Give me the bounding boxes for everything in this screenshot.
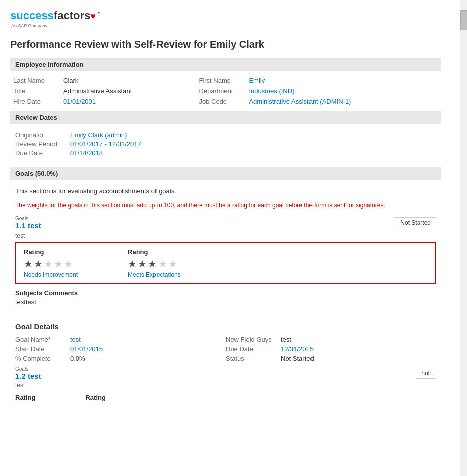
review-period-row: Review Period 01/01/2017 - 12/31/2017 <box>15 140 436 148</box>
review-period-value: 01/01/2017 - 12/31/2017 <box>70 140 141 148</box>
due-date-value: 01/14/2018 <box>70 149 103 157</box>
originator-label: Originator <box>15 131 70 139</box>
rating-left-text: Needs Improvement <box>24 271 78 278</box>
goal-11-label: Goals <box>15 216 41 221</box>
goal-11-header: Goals 1.1 test Not Started <box>10 215 441 231</box>
rating-right-text: Meets Expectations <box>128 271 181 278</box>
star-r2: ★ <box>138 258 147 270</box>
goal-12-title-area: Goals 1.2 test <box>15 366 41 380</box>
rating-right-stars: ★ ★ ★ ★ ★ <box>128 258 181 270</box>
star-3: ★ <box>44 258 53 270</box>
last-name-value: Clark <box>60 75 196 86</box>
rating-left-stars: ★ ★ ★ ★ ★ <box>24 258 78 270</box>
logo-tm: ™ <box>96 11 101 16</box>
status-value: Not Started <box>281 355 314 362</box>
review-dates-header: Review Dates <box>10 111 441 124</box>
due-date-row: Due Date 01/14/2018 <box>15 149 436 157</box>
goals-description: This section is for evaluating accomplis… <box>10 184 441 198</box>
star-r3: ★ <box>148 258 157 270</box>
scrollbar-thumb[interactable] <box>460 10 467 30</box>
table-row: Hire Date 01/01/2001 Job Code Administra… <box>10 96 441 107</box>
rating-left-label: Rating <box>24 248 78 256</box>
divider <box>15 315 436 315</box>
goal-12-label: Goals <box>15 366 41 372</box>
goal-11-title-area: Goals 1.1 test <box>15 216 41 230</box>
status-label: Status <box>226 355 281 362</box>
rating-left: Rating ★ ★ ★ ★ ★ Needs Improvement <box>24 248 78 278</box>
due-date-label: Due Date <box>15 149 70 157</box>
star-2: ★ <box>34 258 43 270</box>
first-name-value: Emily <box>246 75 441 86</box>
hire-date-label: Hire Date <box>10 96 60 107</box>
goal-name-label: Goal Name* <box>15 336 70 343</box>
start-date-value: 01/01/2015 <box>70 345 103 353</box>
goal-11-title: 1.1 test <box>15 221 41 230</box>
partial-left: Rating <box>15 394 35 401</box>
employee-info-table: Last Name Clark First Name Emily Title A… <box>10 75 441 107</box>
table-row: Last Name Clark First Name Emily <box>10 75 441 86</box>
review-dates-section: Originator Emily Clark (admin) Review Pe… <box>10 128 441 162</box>
star-r4: ★ <box>158 258 167 270</box>
logo-factors: factors <box>54 9 90 22</box>
goal-12-subtitle: test <box>10 381 441 389</box>
logo-area: successfactors♥™ An SAP Company <box>10 5 441 34</box>
percent-complete-value: 0.0% <box>70 355 85 362</box>
first-name-label: First Name <box>196 75 246 86</box>
scrollbar[interactable] <box>460 0 467 476</box>
partial-right-label: Rating <box>85 394 105 401</box>
percent-complete-label: % Complete <box>15 355 70 362</box>
rating-right: Rating ★ ★ ★ ★ ★ Meets Expectations <box>128 248 181 278</box>
subjects-comments-value: testtest <box>15 298 436 306</box>
gd-col-right-2: Due Date 12/31/2015 <box>226 345 436 353</box>
employee-info-header: Employee Information <box>10 58 441 71</box>
goal-12-header: Goals 1.2 test null <box>10 365 441 381</box>
new-field-value: test <box>281 336 291 343</box>
rating-right-label: Rating <box>128 248 181 256</box>
goal-12-rating-partial: Rating Rating <box>10 391 441 404</box>
star-5: ★ <box>64 258 73 270</box>
rating-box-11: Rating ★ ★ ★ ★ ★ Needs Improvement Ratin… <box>15 242 436 284</box>
partial-right: Rating <box>85 394 105 401</box>
gd-row-1: Goal Name* test New Field Guys test <box>15 336 436 343</box>
review-period-label: Review Period <box>15 140 70 148</box>
gd-row-3: % Complete 0.0% Status Not Started <box>15 355 436 362</box>
not-started-button[interactable]: Not Started <box>395 217 436 228</box>
goal-12-title: 1.2 test <box>15 372 41 380</box>
subjects-comments-title: Subjects Comments <box>15 289 436 297</box>
gd-row-2: Start Date 01/01/2015 Due Date 12/31/201… <box>15 345 436 353</box>
star-r5: ★ <box>168 258 177 270</box>
goal-11-subtitle: test <box>10 232 441 240</box>
department-label: Department <box>196 86 246 96</box>
page-container: successfactors♥™ An SAP Company Performa… <box>0 0 467 476</box>
title-label: Title <box>10 86 60 96</box>
last-name-label: Last Name <box>10 75 60 86</box>
subjects-comments: Subjects Comments testtest <box>10 288 441 311</box>
gd-col-right-3: Status Not Started <box>226 355 436 362</box>
due-date-gd-value: 12/31/2015 <box>281 345 314 353</box>
start-date-label: Start Date <box>15 345 70 353</box>
gd-col-left-2: Start Date 01/01/2015 <box>15 345 226 353</box>
star-4: ★ <box>54 258 63 270</box>
gd-col-right-1: New Field Guys test <box>226 336 436 343</box>
partial-left-label: Rating <box>15 394 35 401</box>
logo-sap: An SAP Company <box>11 23 47 28</box>
goal-details-grid: Goal Name* test New Field Guys test Star… <box>10 336 441 362</box>
star-r1: ★ <box>128 258 137 270</box>
department-value: Industries (IND) <box>246 86 441 96</box>
goal-name-value: test <box>70 336 81 343</box>
due-date-gd-label: Due Date <box>226 345 281 353</box>
logo-heart: ♥ <box>90 11 96 21</box>
goals-section-header: Goals (50.0%) <box>10 167 441 180</box>
goals-warning: The weights for the goals in this sectio… <box>10 200 441 211</box>
job-code-label: Job Code <box>196 96 246 107</box>
originator-row: Originator Emily Clark (admin) <box>15 131 436 139</box>
star-1: ★ <box>24 258 33 270</box>
title-value: Administrative Assistant <box>60 86 196 96</box>
logo: successfactors♥™ An SAP Company <box>10 10 441 29</box>
table-row: Title Administrative Assistant Departmen… <box>10 86 441 96</box>
gd-col-left-3: % Complete 0.0% <box>15 355 226 362</box>
goal-details-title: Goal Details <box>10 320 441 333</box>
new-field-label: New Field Guys <box>226 336 281 343</box>
page-title: Performance Review with Self-Review for … <box>10 39 441 50</box>
null-button[interactable]: null <box>416 368 436 379</box>
